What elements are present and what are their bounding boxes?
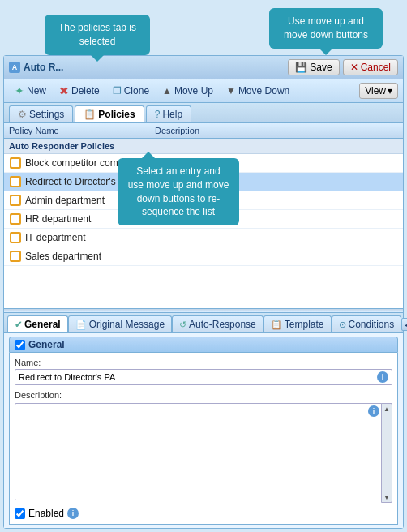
- policy-icon: [9, 175, 22, 188]
- original-message-icon: 📄: [75, 320, 87, 330]
- delete-icon: ✖: [59, 84, 69, 97]
- new-icon: ✦: [15, 84, 24, 97]
- delete-button[interactable]: ✖ Delete: [54, 82, 105, 100]
- enabled-label: Enabled: [28, 508, 64, 519]
- column-header-description: Description: [155, 126, 398, 135]
- title-bar-right: 💾 Save ✕ Cancel: [288, 59, 398, 75]
- bottom-tab-auto-response[interactable]: ↺ Auto-Response: [172, 315, 263, 332]
- enabled-row: Enabled i: [15, 508, 392, 519]
- view-label: View: [365, 85, 386, 97]
- bottom-tab-bar: ✔ General 📄 Original Message ↺ Auto-Resp…: [4, 313, 403, 333]
- save-icon: 💾: [295, 62, 307, 73]
- move-up-button[interactable]: ▲ Move Up: [156, 83, 219, 99]
- tab-prev-button[interactable]: ◀: [401, 318, 407, 331]
- enabled-checkbox[interactable]: [15, 508, 25, 519]
- bottom-panel: General Name: i Description: ▲ ▼ i: [4, 333, 403, 528]
- title-bar: A Auto R... 💾 Save ✕ Cancel: [4, 56, 403, 79]
- tab-navigation: ◀ ▶: [401, 318, 407, 332]
- view-button[interactable]: View ▾: [359, 83, 398, 99]
- settings-icon: ⚙: [18, 109, 27, 120]
- general-section-content: Name: i Description: ▲ ▼ i Enabled: [9, 353, 398, 525]
- move-up-icon: ▲: [162, 85, 172, 97]
- name-info-icon[interactable]: i: [377, 371, 388, 383]
- policy-icon: [9, 194, 22, 207]
- window-title: Auto R...: [24, 62, 63, 73]
- list-item[interactable]: IT department: [4, 229, 403, 247]
- description-wrapper: ▲ ▼ i: [15, 403, 392, 503]
- clone-button[interactable]: ❐ Clone: [107, 83, 155, 99]
- policy-icon: [9, 250, 22, 263]
- save-button[interactable]: 💾 Save: [288, 59, 339, 75]
- help-icon: ?: [155, 109, 161, 120]
- bottom-tab-conditions[interactable]: ⊙ Conditions: [332, 315, 402, 332]
- move-down-button[interactable]: ▼ Move Down: [221, 83, 295, 99]
- bottom-tab-general[interactable]: ✔ General: [7, 315, 68, 332]
- policy-icon: [9, 212, 22, 225]
- description-input[interactable]: [15, 403, 392, 500]
- move-down-icon: ▼: [226, 85, 236, 97]
- view-arrow-icon: ▾: [388, 85, 392, 97]
- new-button[interactable]: ✦ New: [9, 82, 52, 100]
- scroll-down-icon[interactable]: ▼: [382, 492, 392, 502]
- tab-help[interactable]: ? Help: [146, 105, 191, 122]
- tooltip-policies-tab: The policies tab is selected: [45, 15, 150, 55]
- name-input-wrapper: i: [15, 369, 392, 385]
- name-label: Name:: [15, 358, 392, 367]
- title-bar-left: A Auto R...: [9, 62, 63, 73]
- tooltip-move-buttons: Use move up and move down buttons: [269, 8, 383, 49]
- cancel-button[interactable]: ✕ Cancel: [343, 59, 398, 75]
- tooltip-resequence: Select an entry and use move up and move…: [118, 158, 239, 225]
- toolbar-right: View ▾: [359, 83, 398, 99]
- toolbar: ✦ New ✖ Delete ❐ Clone ▲ Move Up ▼ Move …: [4, 79, 403, 103]
- cancel-icon: ✕: [350, 62, 358, 73]
- description-scrollbar[interactable]: ▲ ▼: [381, 403, 392, 503]
- template-icon: 📋: [271, 320, 282, 330]
- general-tab-icon: ✔: [15, 320, 22, 330]
- auto-response-icon: ↺: [179, 320, 186, 330]
- general-section-header: General: [9, 337, 398, 353]
- list-item[interactable]: Sales department: [4, 247, 403, 266]
- general-section-checkbox[interactable]: [15, 340, 25, 350]
- bottom-tab-template[interactable]: 📋 Template: [263, 315, 332, 332]
- description-label: Description:: [15, 390, 392, 400]
- conditions-icon: ⊙: [339, 320, 346, 330]
- tab-settings[interactable]: ⚙ Settings: [9, 105, 73, 122]
- window-icon: A: [9, 62, 20, 73]
- policy-icon: [9, 231, 22, 244]
- column-header-policy-name: Policy Name: [9, 126, 155, 135]
- bottom-tab-original-message[interactable]: 📄 Original Message: [68, 315, 172, 332]
- group-header: Auto Responder Policies: [4, 139, 403, 154]
- description-info-icon[interactable]: i: [368, 405, 379, 417]
- tab-policies[interactable]: 📋 Policies: [75, 105, 144, 122]
- clone-icon: ❐: [113, 85, 122, 97]
- policy-icon: [9, 157, 22, 169]
- top-tab-bar: ⚙ Settings 📋 Policies ? Help: [4, 103, 403, 123]
- scroll-up-icon[interactable]: ▲: [382, 404, 392, 414]
- description-info-icon-wrapper: i: [368, 405, 379, 417]
- enabled-info-icon[interactable]: i: [67, 508, 79, 519]
- table-header: Policy Name Description: [4, 123, 403, 139]
- main-window: A Auto R... 💾 Save ✕ Cancel ✦ New ✖ Dele…: [3, 55, 404, 529]
- name-input[interactable]: [19, 372, 372, 382]
- policies-icon: 📋: [84, 109, 96, 120]
